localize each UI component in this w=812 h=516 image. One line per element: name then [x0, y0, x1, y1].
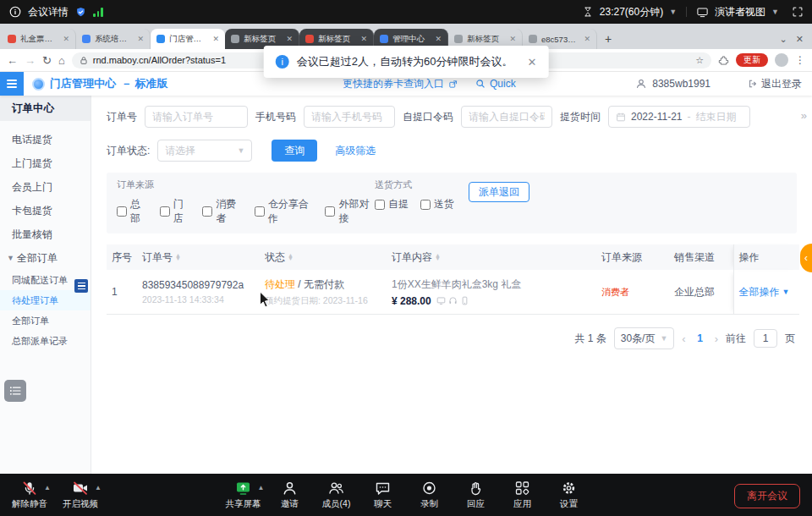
order-status-select[interactable]: 请选择 ▼	[157, 140, 252, 162]
checkbox-source-store[interactable]: 门店	[160, 197, 191, 226]
all-actions-dropdown[interactable]: 全部操作▼	[739, 285, 795, 299]
sort-icon[interactable]: ▲▼	[435, 254, 441, 261]
checkbox-source-external[interactable]: 外部对接	[325, 197, 375, 226]
reload-icon[interactable]: ↻	[42, 55, 52, 66]
checkbox-delivery-deliver[interactable]: 送货	[420, 197, 454, 211]
collapse-filters-icon[interactable]: »	[801, 109, 807, 122]
col-order-no[interactable]: 订单号▲▼	[137, 244, 260, 270]
share-screen-button[interactable]: 共享屏幕 ▲	[222, 478, 265, 510]
checkbox-delivery-selfpickup[interactable]: 自提	[375, 197, 409, 211]
quick-entry-link[interactable]: 更快捷的券卡查询入口	[343, 77, 444, 91]
meeting-detail-label[interactable]: 会议详情	[28, 5, 69, 19]
video-options-caret-icon[interactable]: ▲	[95, 484, 102, 491]
sidebar-item-card-pickup[interactable]: 卡包提货	[0, 199, 91, 222]
home-icon[interactable]: ⌂	[58, 55, 65, 66]
col-status[interactable]: 状态▲▼	[260, 244, 387, 270]
leave-meeting-button[interactable]: 离开会议	[734, 484, 800, 508]
sidebar-sub-pending-orders[interactable]: 待处理订单	[0, 290, 91, 310]
pickup-code-input[interactable]	[461, 106, 552, 128]
search-button[interactable]: 查询	[272, 140, 317, 162]
back-icon[interactable]: ←	[7, 55, 18, 66]
reactions-button[interactable]: 回应	[455, 478, 497, 510]
cell-source: 消费者	[596, 270, 669, 315]
share-screen-icon	[235, 480, 252, 497]
invite-button[interactable]: 邀请	[269, 478, 311, 510]
floating-menu-handle[interactable]	[74, 279, 88, 293]
window-close-icon[interactable]: ✕	[796, 34, 804, 45]
current-page[interactable]: 1	[694, 332, 707, 344]
remark-monitor-icon[interactable]	[436, 296, 446, 305]
headset-icon[interactable]	[448, 296, 458, 305]
username[interactable]: 8385wb1991	[652, 78, 710, 90]
filter-panel: 订单来源 总部 门店 消费者 仓分享合作 外部对接 送货方式 自提 送货	[107, 173, 797, 233]
tab-close-icon[interactable]: ✕	[360, 35, 367, 43]
mobile-icon[interactable]	[460, 296, 469, 305]
view-mode-label[interactable]: 演讲者视图	[715, 5, 765, 19]
toast-close-icon[interactable]: ✕	[527, 56, 536, 69]
sidebar-group-all-orders[interactable]: ▼ 全部订单	[0, 246, 91, 270]
new-tab-button[interactable]: +	[599, 30, 617, 48]
logout-button[interactable]: 退出登录	[748, 77, 802, 91]
bookmark-star-icon[interactable]: ☆	[695, 55, 704, 66]
apps-button[interactable]: 应用	[502, 478, 544, 510]
sort-icon[interactable]: ▲▼	[175, 254, 181, 261]
unmute-button[interactable]: 解除静音 ▲	[8, 478, 51, 510]
sidebar-item-batch-verify[interactable]: 批量核销	[0, 222, 91, 246]
sidebar-item-member-visit[interactable]: 会员上门	[0, 175, 91, 199]
sort-icon[interactable]: ▲▼	[288, 254, 294, 261]
dispatch-return-button[interactable]: 派单退回	[469, 182, 529, 202]
settings-button[interactable]: 设置	[548, 478, 590, 510]
goto-page-input[interactable]	[754, 329, 777, 348]
tab-close-icon[interactable]: ✕	[509, 35, 516, 43]
sidebar-sub-hq-dispatch-log[interactable]: 总部派单记录	[0, 331, 91, 351]
tab-close-icon[interactable]: ✕	[435, 35, 442, 43]
record-button[interactable]: 录制	[409, 478, 451, 510]
start-video-button[interactable]: 开启视频 ▲	[59, 478, 102, 510]
members-button[interactable]: 成员(4)	[315, 478, 358, 510]
order-no-input[interactable]	[145, 106, 248, 128]
browser-tab-active[interactable]: 门店管理中心✕	[151, 29, 225, 49]
view-caret-icon[interactable]: ▼	[771, 8, 779, 16]
sidebar-item-door-pickup[interactable]: 上门提货	[0, 151, 91, 175]
browser-update-button[interactable]: 更新	[736, 53, 768, 67]
security-shield-icon[interactable]	[74, 6, 87, 19]
next-page-icon[interactable]: ›	[715, 332, 718, 345]
prev-page-icon[interactable]: ‹	[682, 332, 685, 345]
browser-tab[interactable]: 礼盒票券平台管理中心✕	[2, 29, 76, 49]
table-row[interactable]: 1 83859345088979792a 2023-11-13 14:33:34…	[107, 270, 799, 315]
browser-tab[interactable]: 系统培训学习✕	[76, 29, 151, 49]
page-size-select[interactable]: 30条/页▼	[614, 327, 675, 349]
meeting-info-icon[interactable]	[8, 5, 22, 19]
tab-search-icon[interactable]: ⌄	[780, 34, 787, 45]
browser-profile-avatar[interactable]	[775, 53, 788, 67]
sidebar-toggle-button[interactable]	[0, 72, 24, 96]
advanced-filter-link[interactable]: 高级筛选	[335, 144, 376, 158]
floating-list-widget[interactable]	[4, 380, 26, 402]
col-content[interactable]: 订单内容▲▼	[387, 244, 596, 270]
checkbox-source-warehouse-coop[interactable]: 仓分享合作	[255, 197, 314, 226]
timer-caret-icon[interactable]: ▼	[669, 8, 677, 16]
network-signal-icon[interactable]	[93, 8, 103, 17]
mic-options-caret-icon[interactable]: ▲	[44, 484, 51, 491]
sidebar-item-phone-pickup[interactable]: 电话提货	[0, 128, 91, 151]
extensions-icon[interactable]	[718, 55, 729, 66]
date-range-input[interactable]: 2022-11-21 - 结束日期	[608, 106, 750, 128]
tab-close-icon[interactable]: ✕	[584, 35, 590, 43]
tab-favicon	[156, 35, 165, 43]
search-icon	[475, 79, 486, 89]
phone-input[interactable]	[304, 106, 395, 128]
forward-icon[interactable]: →	[25, 55, 36, 66]
chat-button[interactable]: 聊天	[362, 478, 404, 510]
tab-close-icon[interactable]: ✕	[137, 35, 144, 43]
order-created-time: 2023-11-13 14:33:34	[142, 294, 255, 305]
tab-close-icon[interactable]: ✕	[63, 35, 69, 43]
tab-close-icon[interactable]: ✕	[286, 35, 293, 43]
browser-menu-icon[interactable]: ⋮	[795, 54, 805, 66]
quick-search-link[interactable]: Quick	[490, 78, 516, 90]
checkbox-source-consumer[interactable]: 消费者	[202, 197, 243, 226]
tab-close-icon[interactable]: ✕	[212, 35, 219, 43]
share-options-caret-icon[interactable]: ▲	[258, 484, 265, 491]
fullscreen-icon[interactable]	[792, 6, 804, 18]
checkbox-source-hq[interactable]: 总部	[117, 197, 148, 226]
sidebar-sub-all-orders[interactable]: 全部订单	[0, 310, 91, 331]
